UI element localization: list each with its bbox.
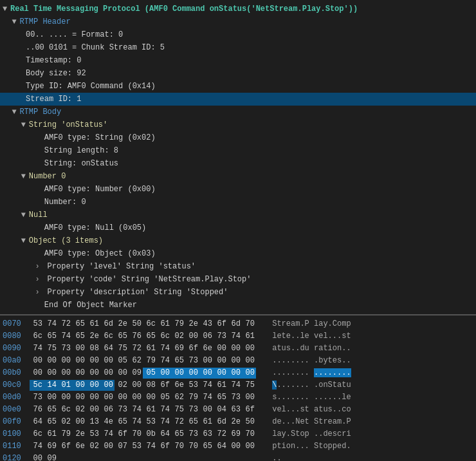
header-field-5: Type ID: AMF0 Command (0x14) [0, 80, 476, 93]
hex-row[interactable]: 00806c6574652e6c6576656c020006737461 let… [0, 330, 476, 343]
rtmp-body[interactable]: ▼ RTMP Body [0, 106, 476, 118]
number-type: AMF0 type: Number (0x00) [0, 183, 476, 196]
hex-row[interactable]: 009074757300086475726174696f6e000000 atu… [0, 343, 476, 355]
tree-root[interactable]: ▼ Real Time Messaging Protocol (AMF0 Com… [0, 3, 476, 15]
header-field-1: 00.. .... = Format: 0 [0, 28, 476, 41]
prop-code[interactable]: › Property 'code' String 'NetStream.Play… [0, 273, 476, 286]
string-length: String length: 8 [0, 144, 476, 157]
header-field-2: ..00 0101 = Chunk Stream ID: 5 [0, 41, 476, 54]
null-type: AMF0 type: Null (0x05) [0, 221, 476, 234]
string-type: AMF0 type: String (0x02) [0, 131, 476, 144]
object-type: AMF0 type: Object (0x03) [0, 247, 476, 260]
prop-level[interactable]: › Property 'level' String 'status' [0, 260, 476, 273]
string-value: String: onStatus [0, 157, 476, 170]
hex-row[interactable]: 01200009 .. [0, 453, 476, 461]
header-field-3: Timestamp: 0 [0, 54, 476, 67]
null-item[interactable]: ▼ Null [0, 209, 476, 221]
string-onstatus[interactable]: ▼ String 'onStatus' [0, 118, 476, 131]
hex-row[interactable]: 00c05c14010000000200086f6e5374617475 \..… [0, 379, 476, 391]
hex-row[interactable]: 00d073000000000000000005627974657300 s..… [0, 391, 476, 404]
hex-row[interactable]: 00f064650200134e657453747265616d2e50 de.… [0, 416, 476, 428]
object-3items[interactable]: ▼ Object (3 items) [0, 234, 476, 247]
hex-row[interactable]: 01006c61792e53746f700b64657363726970 lay… [0, 428, 476, 440]
number-value: Number: 0 [0, 196, 476, 209]
number-0[interactable]: ▼ Number 0 [0, 170, 476, 183]
hex-row[interactable]: 00a000000000000005627974657300000000 ...… [0, 355, 476, 367]
prop-description[interactable]: › Property 'description' String 'Stopped… [0, 286, 476, 299]
hex-row[interactable]: 011074696f6e02000753746f707065640000 pti… [0, 440, 476, 453]
hex-row[interactable]: 007053747265616d2e506c61792e436f6d70 Str… [0, 318, 476, 330]
rtmp-header[interactable]: ▼ RTMP Header [0, 15, 476, 28]
header-field-4: Body size: 92 [0, 67, 476, 80]
hex-row[interactable]: 00e076656c0200067374617475730004636f vel… [0, 404, 476, 416]
tree-panel: ▼ Real Time Messaging Protocol (AMF0 Com… [0, 0, 476, 315]
end-of-object: End Of Object Marker [0, 299, 476, 312]
hex-row[interactable]: 00b000000000000000090500000000000000 ...… [0, 367, 476, 379]
header-field-6[interactable]: Stream ID: 1 [0, 93, 476, 106]
hex-panel: 007053747265616d2e506c61792e436f6d70 Str… [0, 315, 476, 461]
